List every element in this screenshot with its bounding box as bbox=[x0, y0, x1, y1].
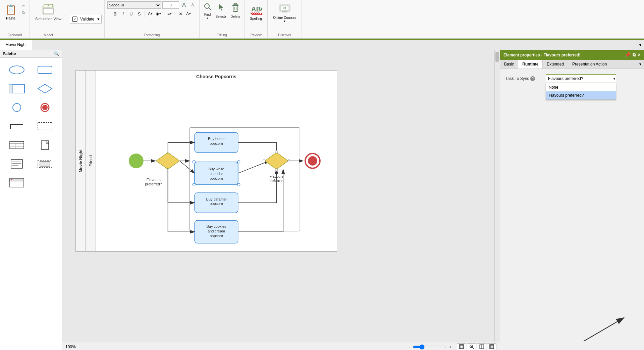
properties-tabs-dropdown[interactable]: ▾ bbox=[637, 60, 644, 69]
properties-title: Element properties - Flavours preferred! bbox=[503, 53, 580, 57]
palette-swimlane[interactable] bbox=[4, 81, 30, 97]
tab-runtime[interactable]: Runtime bbox=[518, 60, 543, 69]
font-color-button[interactable]: A ▾ bbox=[147, 10, 154, 17]
properties-header-actions: 📌 ⧉ × bbox=[625, 52, 641, 58]
select-button[interactable]: Select ▾ bbox=[214, 1, 228, 21]
dropdown-selected-value[interactable]: Flavours preferred? ▾ bbox=[546, 74, 616, 83]
font-size-input[interactable] bbox=[162, 1, 179, 9]
fill-color-button[interactable]: ◈ ▾ bbox=[155, 10, 162, 17]
page-view-button[interactable] bbox=[477, 343, 486, 350]
palette-note[interactable] bbox=[4, 156, 30, 172]
simulation-view-button[interactable]: ▶ Simulation View bbox=[33, 1, 64, 23]
view-buttons bbox=[457, 343, 496, 350]
online-courses-dropdown[interactable]: ▾ bbox=[284, 19, 285, 23]
dropdown-option-none[interactable]: None bbox=[546, 83, 616, 91]
simulation-view-icon: ▶ bbox=[42, 3, 55, 17]
selection-handle-tr bbox=[237, 161, 240, 163]
clear-format-button[interactable]: ✕ bbox=[177, 10, 184, 17]
tab-presentation-action[interactable]: Presentation Action bbox=[568, 60, 611, 69]
fullscreen-button[interactable] bbox=[487, 343, 496, 350]
properties-pin-button[interactable]: 📌 bbox=[625, 52, 631, 58]
dropdown-selected-text: Flavours preferred? bbox=[548, 76, 583, 81]
diagram-container[interactable]: Movie Night Friend Choose Popcorns bbox=[75, 70, 337, 252]
palette-header: Palette 🔍 bbox=[0, 50, 62, 58]
svg-rect-28 bbox=[10, 141, 24, 149]
canvas-area[interactable]: Movie Night Friend Choose Popcorns bbox=[62, 50, 500, 350]
formatting-group: Segoe UI A A B I U S A ▾ ◈ ▾ ≡ ▾ bbox=[105, 0, 200, 38]
svg-text:preferred?: preferred? bbox=[145, 182, 162, 186]
online-courses-label: Online Courses bbox=[273, 16, 296, 19]
ribbon: 📋 Paste ✂ ⧉ Clipboard ▶ Simulation View bbox=[0, 0, 644, 39]
discover-label: Discover bbox=[278, 32, 291, 37]
select-dropdown[interactable]: ▾ bbox=[225, 15, 226, 18]
tab-dropdown-button[interactable]: ▾ bbox=[637, 40, 644, 50]
highlight-dropdown[interactable]: ▾ bbox=[189, 12, 191, 15]
zoom-plus-button[interactable]: + bbox=[448, 345, 453, 349]
delete-button[interactable]: Delete bbox=[229, 1, 241, 21]
align-dropdown[interactable]: ▾ bbox=[170, 12, 172, 15]
tab-basic[interactable]: Basic bbox=[500, 60, 518, 69]
svg-text:Flavours: Flavours bbox=[269, 174, 283, 178]
palette-ellipse[interactable] bbox=[4, 62, 30, 78]
gateway2-node[interactable] bbox=[265, 152, 288, 169]
vertical-scrollbar[interactable]: ▾ bbox=[494, 50, 500, 346]
align-button[interactable]: ≡ ▾ bbox=[166, 10, 173, 17]
palette-circle-outline[interactable] bbox=[4, 99, 30, 116]
fit-page-button[interactable] bbox=[457, 343, 466, 350]
palette-circle-filled[interactable] bbox=[32, 99, 58, 116]
fill-color-dropdown[interactable]: ▾ bbox=[159, 12, 161, 15]
italic-button[interactable]: I bbox=[119, 10, 127, 17]
strikethrough-button[interactable]: S bbox=[136, 10, 143, 17]
validate-button[interactable]: ✓ Validate ▾ bbox=[70, 15, 101, 24]
font-size-decrease-button[interactable]: A bbox=[189, 1, 197, 9]
palette-corner-connector[interactable] bbox=[4, 118, 30, 134]
palette-window[interactable] bbox=[4, 175, 30, 191]
palette-rectangle[interactable] bbox=[32, 62, 58, 78]
properties-detach-button[interactable]: ⧉ bbox=[633, 52, 636, 58]
font-color-dropdown[interactable]: ▾ bbox=[151, 12, 153, 15]
tab-movie-night[interactable]: Movie Night bbox=[0, 40, 32, 50]
palette-page[interactable] bbox=[32, 137, 58, 153]
find-button[interactable]: Find ▾ bbox=[202, 1, 213, 21]
palette-table[interactable] bbox=[4, 137, 30, 153]
task-to-sync-dropdown[interactable]: Flavours preferred? ▾ None Flavours pref… bbox=[546, 74, 616, 83]
fmt-separator-2 bbox=[164, 10, 164, 17]
copy-button[interactable]: ⧉ bbox=[20, 9, 27, 15]
tab-extended[interactable]: Extended bbox=[543, 60, 568, 69]
canvas-scroll[interactable]: Movie Night Friend Choose Popcorns bbox=[62, 50, 500, 350]
zoom-minus-button[interactable]: - bbox=[408, 345, 412, 349]
svg-point-24 bbox=[13, 103, 21, 112]
underline-button[interactable]: U bbox=[127, 10, 135, 17]
paste-icon: 📋 bbox=[4, 3, 17, 16]
task-to-sync-control: Flavours preferred? ▾ None Flavours pref… bbox=[546, 74, 639, 83]
dropdown-arrow[interactable]: ▾ bbox=[613, 77, 615, 81]
cut-button[interactable]: ✂ bbox=[20, 3, 27, 9]
gateway1-node[interactable] bbox=[156, 152, 180, 169]
svg-text:cheddar: cheddar bbox=[210, 172, 223, 176]
spelling-button[interactable]: ABC Spelling bbox=[247, 1, 265, 22]
zoom-in-button[interactable] bbox=[467, 343, 476, 350]
tab-runtime-label: Runtime bbox=[522, 62, 538, 67]
svg-text:ABC: ABC bbox=[251, 5, 262, 13]
highlight-button[interactable]: A ▾ bbox=[185, 10, 192, 17]
properties-close-button[interactable]: × bbox=[638, 52, 641, 58]
zoom-slider[interactable] bbox=[413, 344, 446, 350]
font-family-select[interactable]: Segoe UI bbox=[107, 1, 161, 9]
gw2-handle-t bbox=[275, 150, 278, 153]
palette-search-icon[interactable]: 🔍 bbox=[54, 51, 59, 56]
palette-dashed-container[interactable] bbox=[32, 156, 58, 172]
bold-button[interactable]: B bbox=[111, 10, 119, 17]
online-courses-button[interactable]: Online Courses ▾ bbox=[270, 1, 299, 24]
vertical-scrollbar-thumb[interactable] bbox=[495, 52, 499, 62]
paste-button[interactable]: 📋 Paste bbox=[3, 1, 19, 21]
svg-text:and cream: and cream bbox=[208, 229, 225, 233]
palette-diamond[interactable] bbox=[32, 81, 58, 97]
task-to-sync-info[interactable]: ? bbox=[530, 76, 535, 81]
palette-dashed-rect[interactable] bbox=[32, 118, 58, 134]
font-size-increase-button[interactable]: A bbox=[180, 1, 188, 9]
svg-line-55 bbox=[238, 161, 269, 173]
start-node[interactable] bbox=[129, 154, 144, 168]
find-dropdown[interactable]: ▾ bbox=[207, 16, 208, 20]
select-icon bbox=[217, 3, 225, 15]
dropdown-option-flavours[interactable]: Flavours preferred? bbox=[546, 91, 616, 99]
